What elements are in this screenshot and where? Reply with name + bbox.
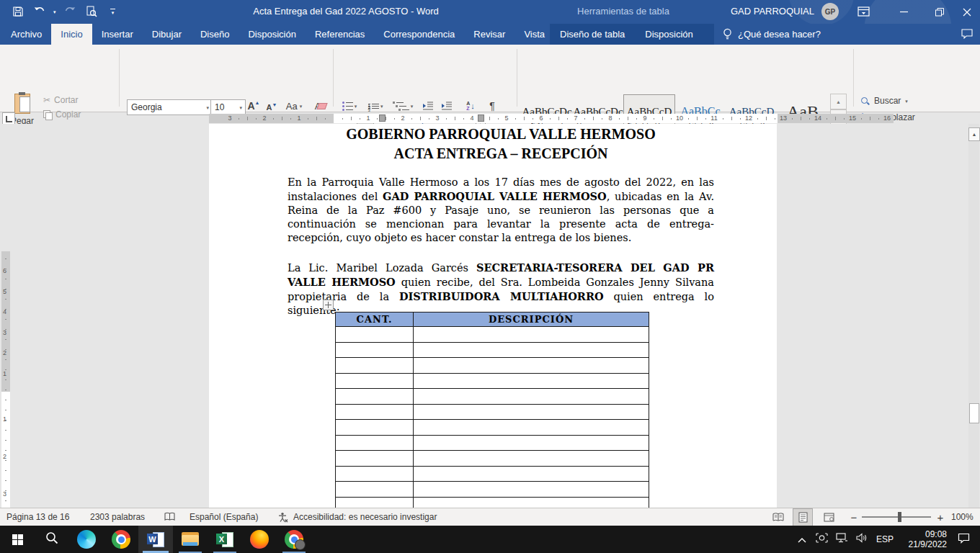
find-button[interactable]: Buscar ▾ [860,96,908,106]
ribbon-tab-archivo[interactable]: Archivo [1,24,51,45]
scrollbar-thumb[interactable] [969,403,979,423]
table-cell-cant[interactable] [336,497,414,508]
table-cell-cant[interactable] [336,451,414,467]
file-explorer-icon [182,532,200,547]
vertical-ruler[interactable]: 654321123 [1,251,10,508]
table-cell-cant[interactable] [336,389,414,405]
read-mode-button[interactable] [770,508,787,526]
first-line-indent-marker[interactable] [379,114,386,122]
taskbar-app-file-explorer[interactable] [173,526,208,553]
document-page[interactable]: GOBIERNO PARROQUIAL VALLE HERMOSO ACTA E… [209,124,777,508]
table-cell-cant[interactable] [336,373,414,389]
word-count[interactable]: 2303 palabras [90,508,145,526]
proofing-icon[interactable] [164,508,175,526]
taskbar-app-edge[interactable] [69,526,104,553]
ribbon-tab-disposición[interactable]: Disposición [239,24,305,45]
table-cell-descripcion[interactable] [414,404,649,420]
taskbar-app-chrome-profile[interactable] [277,526,311,553]
action-center-icon[interactable] [947,533,980,547]
contextual-tab-table-layout[interactable]: Disposición [635,24,703,45]
table-cell-descripcion[interactable] [414,466,649,482]
web-layout-button[interactable] [820,508,837,526]
print-layout-button[interactable] [793,508,813,526]
accessibility-status[interactable]: Accesibilidad: es necesario investigar [293,508,437,526]
ribbon-tab-diseño[interactable]: Diseño [191,24,239,45]
taskbar-app-chrome[interactable] [104,526,138,553]
contextual-tab-table-design[interactable]: Diseño de tabla [550,24,635,45]
network-icon[interactable] [832,533,852,546]
zoom-slider-thumb[interactable] [898,512,901,522]
table-cell-cant[interactable] [336,327,414,343]
taskbar-app-word[interactable]: W [138,526,173,553]
table-cell-descripcion[interactable] [414,497,649,508]
taskbar-app-start[interactable] [0,526,35,553]
account-name[interactable]: GAD PARROQUIAL [692,6,814,17]
restore-button[interactable] [928,0,951,24]
ribbon-tab-vista[interactable]: Vista [514,24,554,45]
document-table[interactable]: CANT. DESCRIPCIÓN [335,312,649,508]
ribbon-tab-revisar[interactable]: Revisar [464,24,514,45]
screen-capture-icon[interactable] [811,533,832,546]
table-cell-descripcion[interactable] [414,451,649,467]
save-button[interactable] [10,3,26,20]
table-cell-cant[interactable] [336,482,414,498]
scissors-icon: ✂ [43,95,50,105]
table-cell-descripcion[interactable] [414,342,649,358]
volume-icon[interactable] [852,533,872,546]
zoom-in-button[interactable]: + [934,508,947,526]
undo-dropdown-caret[interactable]: ▾ [53,9,56,14]
table-cell-descripcion[interactable] [414,373,649,389]
zoom-out-button[interactable]: − [847,508,860,526]
ribbon-tab-correspondencia[interactable]: Correspondencia [374,24,464,45]
table-cell-descripcion[interactable] [414,435,649,451]
table-cell-descripcion[interactable] [414,358,649,374]
close-button[interactable] [956,0,979,24]
undo-button[interactable] [32,3,48,20]
cut-button[interactable]: ✂ Cortar [43,95,78,105]
tray-chevron-icon[interactable] [793,533,811,546]
table-cell-descripcion[interactable] [414,420,649,436]
table-cell-descripcion[interactable] [414,482,649,498]
scroll-up-button[interactable]: ▲ [968,127,980,141]
table-cell-cant[interactable] [336,466,414,482]
customize-qat-button[interactable]: ▾ [105,3,121,20]
ruler-tick [273,118,274,120]
table-move-handle[interactable] [323,300,334,310]
table-cell-cant[interactable] [336,342,414,358]
ribbon-tab-inicio[interactable]: Inicio [51,24,92,45]
feedback-icon[interactable] [961,29,973,42]
language-indicator[interactable]: Español (España) [190,508,258,526]
table-cell-cant[interactable] [336,358,414,374]
accessibility-icon[interactable] [277,508,288,526]
print-preview-button[interactable] [84,3,99,20]
vertical-scrollbar[interactable]: ▲ [968,124,979,508]
account-avatar[interactable]: GP [821,3,839,20]
zoom-slider[interactable] [862,508,931,526]
table-header-cant[interactable]: CANT. [336,313,414,327]
ribbon-tab-referencias[interactable]: Referencias [306,24,374,45]
zoom-level[interactable]: 100% [951,508,974,526]
table-cell-descripcion[interactable] [414,327,649,343]
ruler-tick [5,410,6,410]
table-cell-cant[interactable] [336,435,414,451]
table-header-descripcion[interactable]: DESCRIPCIÓN [414,313,649,327]
table-cell-descripcion[interactable] [414,389,649,405]
redo-button[interactable] [62,3,78,20]
horizontal-ruler[interactable]: 123412345678910111213141516 [209,114,894,123]
minimize-button[interactable] [892,0,915,24]
clock[interactable]: 09:08 21/9/2022 [898,529,947,549]
table-cell-cant[interactable] [336,420,414,436]
ribbon-display-options-button[interactable] [858,6,870,20]
ribbon-tab-insertar[interactable]: Insertar [92,24,143,45]
style-scroll-up-button[interactable]: ▲ [830,94,847,109]
taskbar-app-firefox[interactable] [242,526,277,553]
tell-me-box[interactable]: ¿Qué desea hacer? [723,24,821,45]
table-column-marker[interactable] [478,114,484,122]
ruler-tick [5,490,6,491]
input-language-indicator[interactable]: ESP [872,534,898,544]
table-cell-cant[interactable] [336,404,414,420]
ribbon-tab-dibujar[interactable]: Dibujar [143,24,191,45]
taskbar-app-excel[interactable]: X [208,526,242,553]
taskbar-app-search[interactable] [35,526,69,553]
page-indicator[interactable]: Página 13 de 16 [6,508,69,526]
